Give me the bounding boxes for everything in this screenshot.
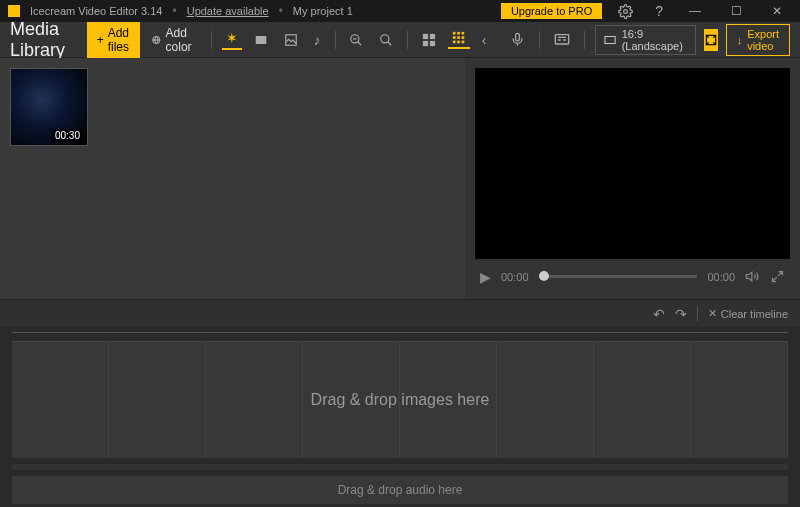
media-thumbnail[interactable]: 00:30 [10, 68, 88, 146]
update-link[interactable]: Update available [187, 5, 269, 17]
svg-rect-14 [457, 36, 460, 39]
preview-panel: ▶ 00:00 00:00 [465, 58, 800, 299]
zoom-out-icon[interactable] [345, 33, 367, 47]
view-grid-icon[interactable] [448, 31, 470, 49]
fullscreen-icon[interactable] [770, 269, 785, 284]
app-name: Icecream Video Editor 3.14 [30, 5, 162, 17]
redo-button[interactable]: ↷ [675, 306, 687, 322]
filter-video-icon[interactable] [250, 33, 272, 47]
svg-point-0 [624, 9, 628, 13]
toolbar: Media Library + Add files Add color ✶ ♪ … [0, 22, 800, 58]
settings-icon[interactable] [612, 4, 639, 19]
mic-icon[interactable] [506, 32, 529, 47]
seek-bar[interactable] [539, 275, 698, 278]
add-files-button[interactable]: + Add files [87, 22, 140, 58]
svg-rect-12 [461, 31, 464, 34]
video-drop-hint: Drag & drop images here [311, 391, 490, 409]
export-settings-button[interactable] [704, 29, 718, 51]
minimize-button[interactable]: — [679, 4, 711, 18]
svg-rect-20 [605, 36, 615, 43]
globe-icon [152, 33, 161, 47]
filter-audio-icon[interactable]: ♪ [310, 32, 325, 48]
main-area: 00:30 ▶ 00:00 00:00 [0, 58, 800, 299]
subtitles-icon[interactable] [550, 33, 574, 47]
titlebar: Icecream Video Editor 3.14 • Update avai… [0, 0, 800, 22]
video-track[interactable]: Drag & drop images here [12, 342, 788, 458]
zoom-in-icon[interactable] [375, 33, 397, 47]
project-name: My project 1 [293, 5, 353, 17]
maximize-button[interactable]: ☐ [721, 4, 752, 18]
separator-dot: • [172, 4, 176, 18]
plus-icon: + [97, 33, 104, 47]
svg-rect-6 [423, 33, 428, 38]
separator-dot: • [279, 4, 283, 18]
add-color-button[interactable]: Add color [148, 26, 201, 54]
svg-rect-8 [423, 40, 428, 45]
timeline-scrollbar[interactable] [12, 464, 788, 470]
svg-rect-16 [453, 40, 456, 43]
svg-rect-7 [430, 33, 435, 38]
upgrade-button[interactable]: Upgrade to PRO [501, 3, 602, 19]
seek-handle[interactable] [539, 271, 549, 281]
aspect-icon [604, 34, 616, 46]
timeline-ruler[interactable] [12, 332, 788, 342]
preview-video[interactable] [475, 68, 790, 259]
thumbnail-duration: 00:30 [51, 129, 84, 142]
play-button[interactable]: ▶ [480, 269, 491, 285]
svg-rect-11 [457, 31, 460, 34]
close-button[interactable]: ✕ [762, 4, 792, 18]
svg-rect-18 [461, 40, 464, 43]
media-library[interactable]: 00:30 [0, 58, 465, 299]
help-icon[interactable]: ? [649, 3, 669, 19]
total-time: 00:00 [707, 271, 735, 283]
svg-rect-9 [430, 40, 435, 45]
clear-timeline-button[interactable]: ✕ Clear timeline [708, 307, 788, 320]
filter-image-icon[interactable] [280, 33, 302, 47]
download-icon: ↓ [737, 34, 743, 46]
volume-icon[interactable] [745, 269, 760, 284]
media-library-title: Media Library [10, 19, 74, 61]
svg-rect-13 [453, 36, 456, 39]
add-files-label: Add files [108, 26, 130, 54]
svg-rect-2 [255, 35, 266, 43]
undo-button[interactable]: ↶ [653, 306, 665, 322]
svg-point-5 [381, 34, 389, 42]
svg-rect-10 [453, 31, 456, 34]
filter-all-icon[interactable]: ✶ [222, 30, 242, 50]
app-icon [8, 5, 20, 17]
export-label: Export video [747, 28, 779, 52]
svg-rect-17 [457, 40, 460, 43]
svg-rect-19 [555, 34, 568, 43]
export-button[interactable]: ↓ Export video [726, 24, 790, 56]
preview-controls: ▶ 00:00 00:00 [475, 259, 790, 289]
aspect-label: 16:9 (Landscape) [622, 28, 687, 52]
clear-timeline-label: Clear timeline [721, 308, 788, 320]
close-icon: ✕ [708, 307, 717, 320]
timeline-header: ↶ ↷ ✕ Clear timeline [0, 299, 800, 327]
aspect-ratio-selector[interactable]: 16:9 (Landscape) [595, 25, 696, 55]
current-time: 00:00 [501, 271, 529, 283]
audio-drop-hint: Drag & drop audio here [338, 483, 463, 497]
svg-rect-15 [461, 36, 464, 39]
add-color-label: Add color [166, 26, 197, 54]
collapse-icon[interactable]: ‹ [478, 32, 491, 48]
view-list-icon[interactable] [418, 33, 440, 47]
audio-track[interactable]: Drag & drop audio here [12, 476, 788, 504]
